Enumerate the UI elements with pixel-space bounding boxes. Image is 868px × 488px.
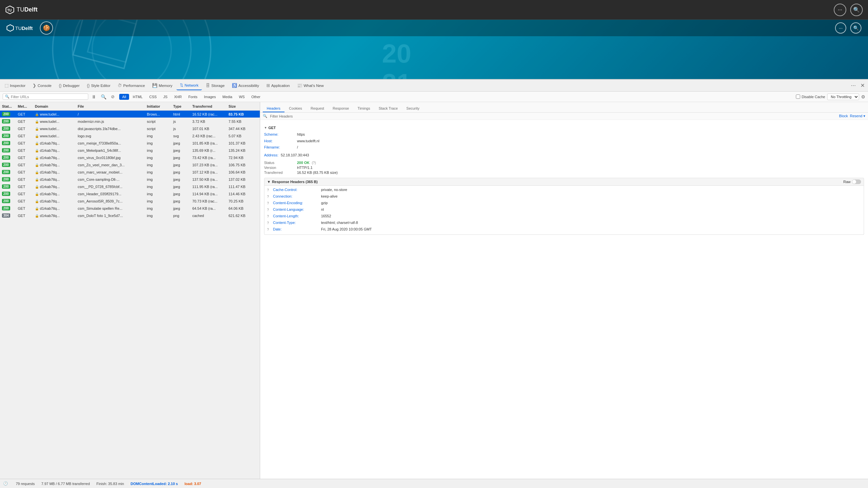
page-logo-text: TUDelft	[15, 25, 33, 31]
raw-toggle-switch[interactable]	[852, 179, 861, 184]
resend-button[interactable]: Resend ▾	[850, 114, 865, 118]
table-row[interactable]: 200 GET 🔒 www.tudel... / Brows... html 1…	[0, 111, 260, 118]
filter-type-buttons: All HTML CSS JS XHR Fonts Images Media W…	[119, 94, 264, 100]
tab-inspector[interactable]: ⬚ Inspector	[1, 81, 29, 90]
requests-count: 79 requests	[16, 482, 35, 486]
block-requests-button[interactable]: ⊘	[110, 94, 116, 99]
tab-memory[interactable]: 💾 Memory	[149, 81, 176, 90]
table-row[interactable]: 200 GET 🔒 d1rkab7tlq... csm_Zo_veel_meer…	[0, 161, 260, 169]
debugger-icon: {}	[59, 83, 62, 88]
help-icon[interactable]: ?	[267, 194, 271, 199]
tab-whats-new[interactable]: 📰 What's New	[294, 81, 327, 90]
tab-application[interactable]: ⊞ Application	[263, 81, 293, 90]
table-row[interactable]: 200 GET 🔒 d1rkab7tlq... csm_AerosolSR_85…	[0, 197, 260, 205]
resp-header-date: ? Date: Fri, 28 Aug 2020 10:00:05 GMT	[267, 226, 861, 232]
dom-content-loaded: DOMContentLoaded: 2.10 s	[131, 482, 178, 486]
finish-time: Finish: 35.83 min	[96, 482, 124, 486]
style-editor-icon: {}	[87, 83, 90, 88]
browser-search-button[interactable]: 🔍	[850, 4, 863, 16]
browser-logo: TU TUDelft	[5, 5, 37, 14]
network-settings-icon[interactable]: ⚙	[861, 94, 865, 99]
headers-filter-bar: 🔍 Filter Headers Block Resend ▾	[260, 113, 868, 120]
details-tab-headers[interactable]: Headers	[263, 105, 284, 112]
help-icon[interactable]: ?	[267, 188, 271, 193]
tab-debugger[interactable]: {} Debugger	[56, 81, 83, 90]
table-row[interactable]: 304 GET 🔒 d1rkab7tlq... csm_DoloT foto 1…	[0, 212, 260, 219]
tab-network[interactable]: ⇅ Network	[177, 81, 202, 90]
help-icon[interactable]: ?	[267, 227, 271, 232]
table-row[interactable]: 200 GET 🔒 d1rkab7tlq... csm_virus_0cc011…	[0, 154, 260, 161]
table-row[interactable]: 200 GET 🔒 d1rkab7tlq... csm_Simulatie sp…	[0, 205, 260, 212]
table-row[interactable]: 200 GET 🔒 d1rkab7tlq... csm_meisje_f7338…	[0, 140, 260, 147]
details-tab-cookies[interactable]: Cookies	[285, 105, 306, 112]
tab-accessibility[interactable]: ♿ Accessibility	[228, 81, 262, 90]
filter-type-images[interactable]: Images	[201, 94, 219, 100]
response-headers-label: ▼ Response Headers (365 B)	[267, 180, 843, 184]
resp-header-connection: ? Connection: keep-alive	[267, 194, 861, 199]
details-tab-response[interactable]: Response	[329, 105, 353, 112]
filter-type-css[interactable]: CSS	[146, 94, 160, 100]
table-row[interactable]: 200 GET 🔒 d1rkab7tlq... csm_Mekelpark1_5…	[0, 147, 260, 154]
table-row[interactable]: 200 GET 🔒 www.tudel... dist.javascripts.…	[0, 125, 260, 132]
help-icon[interactable]: ?	[267, 201, 271, 206]
throttle-select[interactable]: No Throttling Slow 3G Fast 3G Offline	[827, 93, 859, 100]
filter-type-html[interactable]: HTML	[130, 94, 146, 100]
table-row[interactable]: 200 GET 🔒 d1rkab7tlq... csm__PD_0728_678…	[0, 183, 260, 190]
performance-icon: ⏱	[118, 83, 122, 88]
details-tab-request[interactable]: Request	[307, 105, 328, 112]
svg-marker-10	[7, 25, 13, 31]
details-body: ▼ GET Scheme: https Host: www.tudelft.nl…	[260, 120, 868, 479]
filter-type-other[interactable]: Other	[248, 94, 264, 100]
page-nav: TUDelft 🍪 ··· 🔍	[0, 20, 868, 36]
load-time: load: 3.07	[184, 482, 201, 486]
table-row[interactable]: 200 GET 🔒 www.tudel... logo.svg img svg …	[0, 132, 260, 140]
details-tab-stack-trace[interactable]: Stack Trace	[375, 105, 402, 112]
filter-type-js[interactable]: JS	[160, 94, 170, 100]
col-initiator: Initiator	[145, 104, 171, 108]
filter-type-xhr[interactable]: XHR	[171, 94, 185, 100]
filter-type-ws[interactable]: WS	[236, 94, 248, 100]
resp-header-content-language: ? Content-Language: nl	[267, 207, 861, 212]
raw-toggle: Raw	[843, 179, 861, 184]
browser-more-button[interactable]: ···	[834, 4, 846, 16]
response-collapse-icon: ▼	[267, 180, 271, 184]
network-filter-bar: 🔍 ⏸ 🔍 ⊘ All HTML CSS JS XHR Fonts Images…	[0, 92, 868, 102]
filter-type-fonts[interactable]: Fonts	[185, 94, 200, 100]
tab-style-editor[interactable]: {} Style Editor	[84, 81, 114, 90]
help-icon[interactable]: ?	[267, 208, 271, 212]
page-logo-icon	[7, 24, 14, 32]
transfer-size: 7.97 MB / 6.77 MB transferred	[41, 482, 90, 486]
table-row[interactable]: 200 GET 🔒 d1rkab7tlq... csm_Header_035ff…	[0, 190, 260, 197]
help-icon[interactable]: ?	[267, 221, 271, 225]
block-button[interactable]: Block	[839, 114, 848, 118]
whats-new-icon: 📰	[297, 83, 302, 88]
table-row[interactable]: 200 GET 🔒 d1rkab7tlq... csm_Core-samplin…	[0, 176, 260, 183]
tab-console[interactable]: ❯ Console	[29, 81, 55, 90]
details-tab-security[interactable]: Security	[402, 105, 424, 112]
details-panel: Headers Cookies Request Response Timings…	[260, 102, 868, 479]
devtools-panel: ⬚ Inspector ❯ Console {} Debugger {} Sty…	[0, 79, 868, 488]
status-help-icon[interactable]: (?)	[312, 161, 316, 165]
response-headers-bar: ▼ Response Headers (365 B) Raw	[264, 178, 864, 186]
collapse-icon: ▼	[264, 126, 267, 129]
pause-recording-button[interactable]: ⏸	[90, 94, 97, 99]
details-tab-timings[interactable]: Timings	[354, 105, 374, 112]
tab-storage[interactable]: 🗄 Storage	[203, 81, 228, 90]
console-icon: ❯	[33, 83, 36, 88]
devtools-close-button[interactable]: ✕	[859, 82, 867, 89]
page-cookie-button[interactable]: 🍪	[40, 22, 53, 35]
network-table: Stat... Met... Domain File Initiator Typ…	[0, 102, 260, 479]
devtools-more-button[interactable]: ···	[849, 82, 858, 89]
help-icon[interactable]: ?	[267, 214, 271, 219]
filter-type-media[interactable]: Media	[219, 94, 235, 100]
filter-type-all[interactable]: All	[119, 94, 129, 100]
tab-performance[interactable]: ⏱ Performance	[114, 81, 148, 90]
accessibility-icon: ♿	[232, 83, 237, 88]
search-button[interactable]: 🔍	[99, 94, 108, 99]
table-row[interactable]: 200 GET 🔒 d1rkab7tlq... csm_marc_veraar_…	[0, 169, 260, 176]
page-search-button[interactable]: 🔍	[850, 22, 861, 34]
disable-cache-checkbox[interactable]	[796, 94, 800, 99]
table-row[interactable]: 200 GET 🔒 www.tudel... modernizr.min.js …	[0, 118, 260, 125]
page-more-button[interactable]: ···	[835, 22, 846, 34]
filter-url-input[interactable]	[11, 95, 86, 99]
